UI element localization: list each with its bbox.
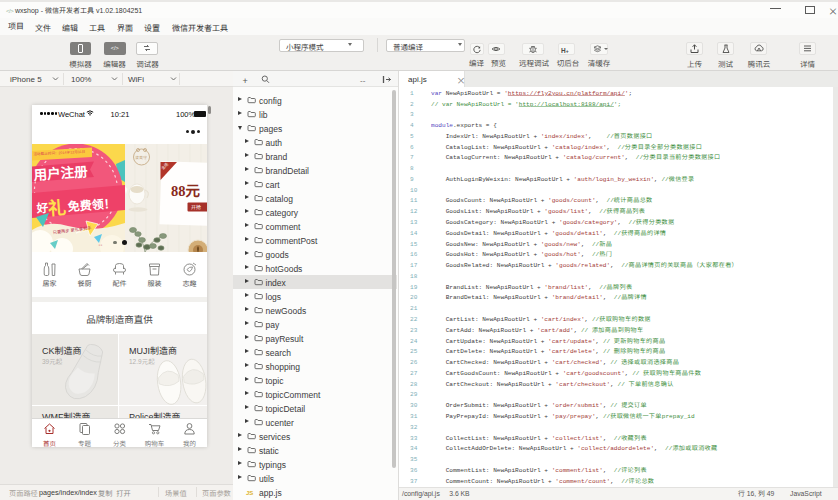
svg-text:88元: 88元 [171, 179, 201, 200]
svg-text:免费领！: 免费领！ [67, 194, 116, 214]
svg-text:开抢: 开抢 [191, 203, 201, 210]
svg-text:食美守: 食美守 [135, 154, 147, 160]
svg-text:礼: 礼 [47, 193, 67, 220]
svg-text:用户注册: 用户注册 [32, 160, 89, 184]
